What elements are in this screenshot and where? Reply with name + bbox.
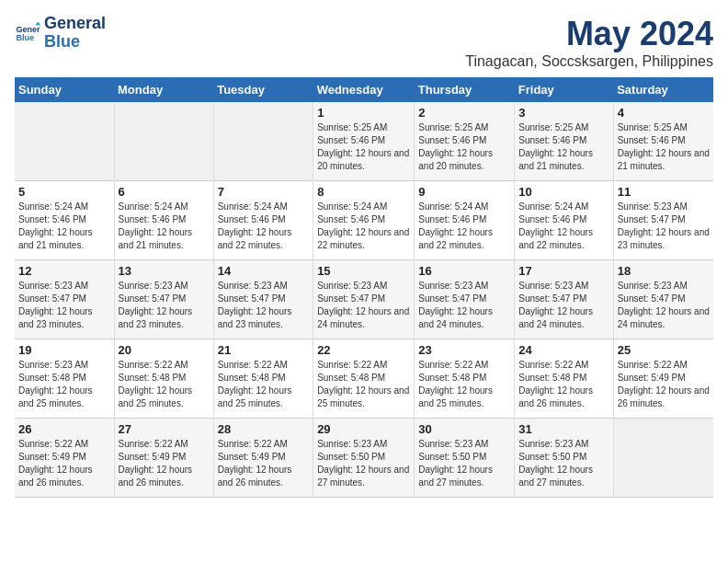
day-info: Sunrise: 5:24 AM Sunset: 5:46 PM Dayligh… — [18, 201, 110, 252]
day-info: Sunrise: 5:22 AM Sunset: 5:49 PM Dayligh… — [119, 438, 210, 489]
weekday-header-monday: Monday — [114, 77, 213, 102]
day-info: Sunrise: 5:23 AM Sunset: 5:50 PM Dayligh… — [518, 438, 609, 489]
day-info: Sunrise: 5:23 AM Sunset: 5:47 PM Dayligh… — [618, 201, 710, 252]
calendar-cell: 11Sunrise: 5:23 AM Sunset: 5:47 PM Dayli… — [613, 181, 713, 260]
day-info: Sunrise: 5:23 AM Sunset: 5:50 PM Dayligh… — [317, 438, 410, 489]
day-number: 18 — [618, 264, 710, 278]
day-number: 10 — [518, 185, 609, 199]
calendar-cell: 30Sunrise: 5:23 AM Sunset: 5:50 PM Dayli… — [415, 419, 515, 498]
weekday-header-friday: Friday — [515, 77, 613, 102]
day-number: 19 — [18, 343, 110, 357]
weekday-header-sunday: Sunday — [15, 77, 114, 102]
day-info: Sunrise: 5:22 AM Sunset: 5:49 PM Dayligh… — [218, 438, 309, 489]
day-info: Sunrise: 5:24 AM Sunset: 5:46 PM Dayligh… — [218, 201, 309, 252]
weekday-header-saturday: Saturday — [613, 77, 713, 102]
header: General Blue General Blue May 2024 Tinag… — [15, 15, 713, 70]
day-info: Sunrise: 5:23 AM Sunset: 5:47 PM Dayligh… — [518, 280, 609, 331]
logo-text-line2: Blue — [44, 33, 106, 52]
calendar-cell: 27Sunrise: 5:22 AM Sunset: 5:49 PM Dayli… — [114, 419, 213, 498]
day-number: 3 — [518, 106, 609, 120]
day-number: 28 — [218, 422, 309, 436]
day-number: 11 — [618, 185, 710, 199]
calendar-cell: 29Sunrise: 5:23 AM Sunset: 5:50 PM Dayli… — [313, 419, 415, 498]
day-info: Sunrise: 5:23 AM Sunset: 5:47 PM Dayligh… — [18, 280, 110, 331]
calendar-cell: 5Sunrise: 5:24 AM Sunset: 5:46 PM Daylig… — [15, 181, 114, 260]
day-info: Sunrise: 5:25 AM Sunset: 5:46 PM Dayligh… — [418, 121, 510, 173]
day-number: 8 — [317, 185, 410, 199]
calendar-cell: 18Sunrise: 5:23 AM Sunset: 5:47 PM Dayli… — [613, 260, 713, 339]
calendar-cell — [15, 102, 114, 181]
day-number: 25 — [618, 343, 710, 357]
day-number: 7 — [218, 185, 309, 199]
day-number: 23 — [418, 343, 510, 357]
day-info: Sunrise: 5:25 AM Sunset: 5:46 PM Dayligh… — [518, 121, 609, 173]
day-number: 4 — [618, 106, 710, 120]
calendar-cell: 22Sunrise: 5:22 AM Sunset: 5:48 PM Dayli… — [313, 339, 415, 419]
calendar-cell: 6Sunrise: 5:24 AM Sunset: 5:46 PM Daylig… — [114, 181, 213, 260]
svg-marker-2 — [35, 21, 40, 25]
calendar-cell: 10Sunrise: 5:24 AM Sunset: 5:46 PM Dayli… — [515, 181, 613, 260]
weekday-header-tuesday: Tuesday — [213, 77, 313, 102]
calendar-cell: 21Sunrise: 5:22 AM Sunset: 5:48 PM Dayli… — [213, 339, 313, 419]
day-number: 5 — [18, 185, 110, 199]
logo-text-line1: General — [44, 15, 106, 33]
calendar-cell — [213, 102, 313, 181]
day-number: 13 — [119, 264, 210, 278]
day-number: 29 — [317, 422, 410, 436]
day-info: Sunrise: 5:23 AM Sunset: 5:48 PM Dayligh… — [18, 359, 110, 410]
day-info: Sunrise: 5:22 AM Sunset: 5:49 PM Dayligh… — [18, 438, 110, 489]
calendar-cell: 2Sunrise: 5:25 AM Sunset: 5:46 PM Daylig… — [415, 102, 515, 181]
calendar-cell: 19Sunrise: 5:23 AM Sunset: 5:48 PM Dayli… — [15, 339, 114, 419]
calendar-cell: 17Sunrise: 5:23 AM Sunset: 5:47 PM Dayli… — [515, 260, 613, 339]
day-info: Sunrise: 5:25 AM Sunset: 5:46 PM Dayligh… — [317, 121, 410, 173]
calendar-week-row: 12Sunrise: 5:23 AM Sunset: 5:47 PM Dayli… — [15, 260, 713, 339]
weekday-header-thursday: Thursday — [415, 77, 515, 102]
day-number: 9 — [418, 185, 510, 199]
calendar-week-row: 1Sunrise: 5:25 AM Sunset: 5:46 PM Daylig… — [15, 102, 713, 181]
day-info: Sunrise: 5:22 AM Sunset: 5:48 PM Dayligh… — [518, 359, 609, 410]
calendar-cell: 23Sunrise: 5:22 AM Sunset: 5:48 PM Dayli… — [415, 339, 515, 419]
calendar-cell — [114, 102, 213, 181]
calendar-cell: 3Sunrise: 5:25 AM Sunset: 5:46 PM Daylig… — [515, 102, 613, 181]
day-info: Sunrise: 5:22 AM Sunset: 5:48 PM Dayligh… — [119, 359, 210, 410]
calendar-cell: 4Sunrise: 5:25 AM Sunset: 5:46 PM Daylig… — [613, 102, 713, 181]
calendar-cell: 28Sunrise: 5:22 AM Sunset: 5:49 PM Dayli… — [213, 419, 313, 498]
day-info: Sunrise: 5:22 AM Sunset: 5:48 PM Dayligh… — [218, 359, 309, 410]
day-info: Sunrise: 5:22 AM Sunset: 5:49 PM Dayligh… — [618, 359, 710, 410]
day-info: Sunrise: 5:23 AM Sunset: 5:47 PM Dayligh… — [119, 280, 210, 331]
day-info: Sunrise: 5:24 AM Sunset: 5:46 PM Dayligh… — [418, 201, 510, 252]
calendar-cell: 12Sunrise: 5:23 AM Sunset: 5:47 PM Dayli… — [15, 260, 114, 339]
calendar-cell: 15Sunrise: 5:23 AM Sunset: 5:47 PM Dayli… — [313, 260, 415, 339]
day-number: 17 — [518, 264, 609, 278]
day-number: 26 — [18, 422, 110, 436]
day-info: Sunrise: 5:24 AM Sunset: 5:46 PM Dayligh… — [518, 201, 609, 252]
day-info: Sunrise: 5:23 AM Sunset: 5:47 PM Dayligh… — [418, 280, 510, 331]
calendar-week-row: 26Sunrise: 5:22 AM Sunset: 5:49 PM Dayli… — [15, 419, 713, 498]
day-info: Sunrise: 5:23 AM Sunset: 5:47 PM Dayligh… — [618, 280, 710, 331]
calendar-cell: 20Sunrise: 5:22 AM Sunset: 5:48 PM Dayli… — [114, 339, 213, 419]
day-number: 12 — [18, 264, 110, 278]
calendar-cell: 16Sunrise: 5:23 AM Sunset: 5:47 PM Dayli… — [415, 260, 515, 339]
day-number: 24 — [518, 343, 609, 357]
location-subtitle: Tinagacan, Soccsksargen, Philippines — [465, 53, 713, 70]
svg-text:Blue: Blue — [16, 33, 34, 42]
day-info: Sunrise: 5:23 AM Sunset: 5:50 PM Dayligh… — [418, 438, 510, 489]
day-number: 20 — [119, 343, 210, 357]
day-number: 30 — [418, 422, 510, 436]
calendar-week-row: 19Sunrise: 5:23 AM Sunset: 5:48 PM Dayli… — [15, 339, 713, 419]
calendar-table: SundayMondayTuesdayWednesdayThursdayFrid… — [15, 77, 713, 498]
calendar-cell: 14Sunrise: 5:23 AM Sunset: 5:47 PM Dayli… — [213, 260, 313, 339]
day-number: 1 — [317, 106, 410, 120]
calendar-cell: 13Sunrise: 5:23 AM Sunset: 5:47 PM Dayli… — [114, 260, 213, 339]
day-number: 14 — [218, 264, 309, 278]
calendar-cell: 31Sunrise: 5:23 AM Sunset: 5:50 PM Dayli… — [515, 419, 613, 498]
day-number: 21 — [218, 343, 309, 357]
calendar-cell: 24Sunrise: 5:22 AM Sunset: 5:48 PM Dayli… — [515, 339, 613, 419]
logo: General Blue General Blue — [15, 15, 106, 52]
day-number: 6 — [119, 185, 210, 199]
day-info: Sunrise: 5:22 AM Sunset: 5:48 PM Dayligh… — [418, 359, 510, 410]
day-info: Sunrise: 5:23 AM Sunset: 5:47 PM Dayligh… — [218, 280, 309, 331]
day-number: 22 — [317, 343, 410, 357]
calendar-cell: 9Sunrise: 5:24 AM Sunset: 5:46 PM Daylig… — [415, 181, 515, 260]
day-number: 27 — [119, 422, 210, 436]
